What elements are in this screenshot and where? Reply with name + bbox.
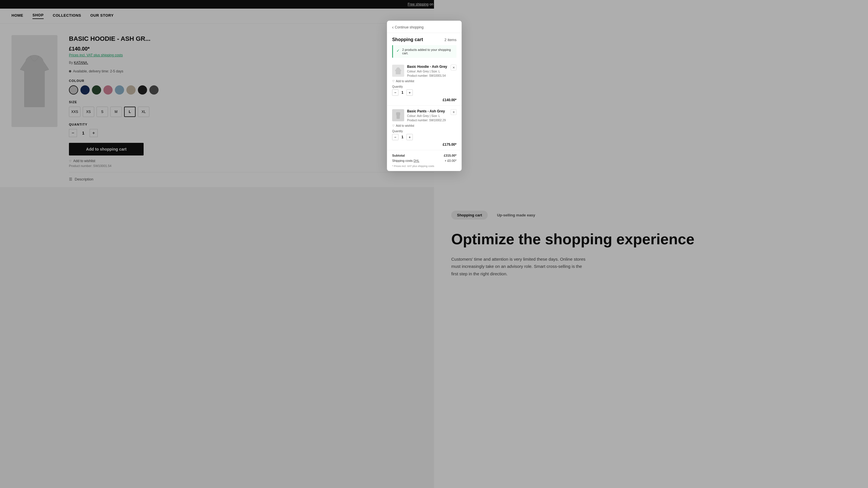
cart-item-2-image — [392, 109, 404, 121]
cart-title-row: Shopping cart 2 items — [387, 33, 462, 45]
cart-item-1-info: Basic Hoodie - Ash Grey Colour: Ash Grey… — [407, 65, 456, 78]
cart-header: ‹ Continue shopping — [387, 21, 462, 33]
cart-item-count: 2 items — [444, 38, 456, 42]
cart-item-1-decrease[interactable]: − — [392, 89, 398, 96]
svg-rect-0 — [397, 112, 400, 119]
cart-item-2-name: Basic Pants - Ash Grey — [407, 109, 456, 113]
cart-item-1-heart-icon: ♡ — [392, 80, 395, 83]
cart-item-1-price: £140.00* — [392, 98, 456, 102]
cart-item-1-increase[interactable]: + — [406, 89, 413, 96]
cart-item-1-name: Basic Hoodie - Ash Grey — [407, 65, 456, 69]
shipping-row: Shipping costs DHL + £0.00* — [392, 159, 456, 162]
cart-item-2-quantity-label: Quantity — [392, 130, 456, 133]
success-banner: ✓ 2 products added to your shopping cart… — [392, 45, 456, 58]
shipping-value: + £0.00* — [445, 159, 456, 162]
success-check-icon: ✓ — [396, 48, 400, 53]
cart-item-2-product-number: Product number: SW10002.29 — [407, 118, 456, 122]
cart-item-2: Basic Pants - Ash Grey Colour: Ash Grey … — [387, 106, 462, 150]
svg-rect-2 — [400, 112, 400, 115]
cart-item-2-wishlist-label: Add to wishlist — [396, 124, 414, 127]
cart-item-2-wishlist[interactable]: ♡ Add to wishlist — [392, 124, 456, 127]
subtotal-row: Subtotal £315.00* — [392, 154, 456, 157]
cart-item-2-top: Basic Pants - Ash Grey Colour: Ash Grey … — [392, 109, 456, 122]
continue-shopping-button[interactable]: ‹ Continue shopping — [392, 25, 423, 30]
cart-item-1-top: Basic Hoodie - Ash Grey Colour: Ash Grey… — [392, 65, 456, 78]
cart-item-2-decrease[interactable]: − — [392, 134, 398, 140]
svg-rect-1 — [396, 112, 397, 115]
cart-item-1-product-number: Product number: SW10001.54 — [407, 74, 456, 78]
shopping-cart-modal: ‹ Continue shopping Shopping cart 2 item… — [387, 21, 462, 171]
cart-item-1-quantity-label: Quantity — [392, 85, 456, 88]
back-arrow-icon: ‹ — [392, 25, 394, 30]
cart-item-2-increase[interactable]: + — [406, 134, 413, 140]
price-note: * Prices incl. VAT plus shipping costs — [392, 165, 456, 168]
cart-item-1-wishlist[interactable]: ♡ Add to wishlist — [392, 80, 456, 83]
cart-item-1-quantity-section: Quantity − 1 + — [392, 85, 456, 96]
cart-title: Shopping cart — [392, 37, 423, 42]
cart-item-1-colour: Colour: Ash Grey | Size: L — [407, 69, 456, 74]
shipping-provider-link[interactable]: DHL — [413, 159, 420, 162]
cart-item-2-colour: Colour: Ash Grey | Size: L — [407, 114, 456, 118]
cart-item-1-wishlist-label: Add to wishlist — [396, 80, 414, 83]
cart-item-1-image — [392, 65, 404, 77]
cart-item-2-quantity-value: 1 — [401, 135, 404, 139]
cart-item-2-quantity-section: Quantity − 1 + — [392, 130, 456, 140]
cart-item-2-remove-button[interactable]: ✕ — [451, 109, 456, 115]
subtotal-value: £315.00* — [444, 154, 456, 157]
subtotal-label: Subtotal — [392, 154, 405, 157]
cart-item-1-remove-button[interactable]: ✕ — [451, 65, 456, 70]
continue-shopping-label: Continue shopping — [395, 25, 424, 29]
cart-item-1-quantity-value: 1 — [401, 90, 404, 94]
cart-item-2-heart-icon: ♡ — [392, 124, 395, 127]
cart-item-2-price: £175.00* — [392, 143, 456, 147]
cart-item-2-info: Basic Pants - Ash Grey Colour: Ash Grey … — [407, 109, 456, 122]
cart-item-1-quantity-controls: − 1 + — [392, 89, 456, 96]
cart-item-2-quantity-controls: − 1 + — [392, 134, 456, 140]
shipping-label: Shipping costs DHL — [392, 159, 420, 162]
success-message: 2 products added to your shopping cart. — [402, 48, 453, 55]
cart-item-1: Basic Hoodie - Ash Grey Colour: Ash Grey… — [387, 61, 462, 106]
cart-totals: Subtotal £315.00* Shipping costs DHL + £… — [387, 150, 462, 171]
